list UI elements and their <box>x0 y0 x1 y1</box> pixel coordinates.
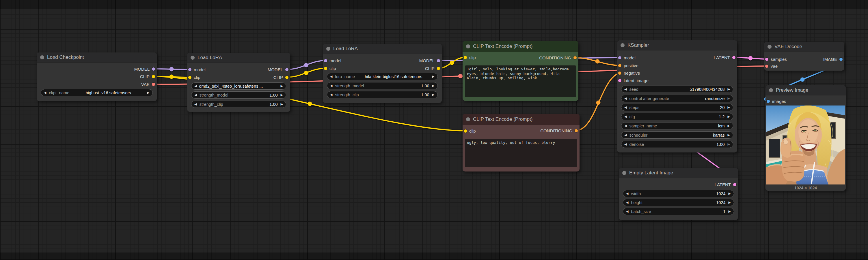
widget-strength-model[interactable]: ◀strength_model1.00▶ <box>191 91 286 99</box>
output-dot-latent[interactable] <box>732 56 736 59</box>
output-dot-clip[interactable] <box>437 67 440 70</box>
collapse-dot[interactable] <box>466 117 470 121</box>
increment-arrow[interactable]: ▶ <box>728 201 731 204</box>
widget-width[interactable]: ◀width1024▶ <box>623 190 734 197</box>
widget-strength-clip[interactable]: ◀strength_clip1.00▶ <box>191 101 286 108</box>
widget-batch-size[interactable]: ◀batch_size1▶ <box>623 208 734 215</box>
collapse-dot[interactable] <box>326 47 330 51</box>
collapse-dot[interactable] <box>621 43 625 47</box>
widget-cfg[interactable]: ◀cfg1.2▶ <box>621 113 733 120</box>
node-clip-text-encode-negative[interactable]: CLIP Text Encode (Prompt)clipCONDITIONIN… <box>463 114 580 172</box>
output-dot-model[interactable] <box>152 68 155 71</box>
decrement-arrow[interactable]: ◀ <box>330 75 332 78</box>
output-dot-latent[interactable] <box>733 183 736 186</box>
output-dot-clip[interactable] <box>285 76 288 79</box>
node-ksampler[interactable]: KSamplermodelpositivenegativelatent_imag… <box>617 40 737 152</box>
increment-arrow[interactable]: ▶ <box>432 75 435 78</box>
output-dot-conditioning[interactable] <box>574 56 577 60</box>
decrement-arrow[interactable]: ◀ <box>624 124 627 127</box>
increment-arrow[interactable]: ▶ <box>728 97 730 100</box>
decrement-arrow[interactable]: ◀ <box>194 103 197 106</box>
widget-strength-model[interactable]: ◀strength_model1.00▶ <box>327 82 438 89</box>
comfyui-canvas[interactable]: { "app": {"name": "ComfyUI node graph"},… <box>0 0 868 260</box>
decrement-arrow[interactable]: ◀ <box>194 84 197 88</box>
output-dot-image[interactable] <box>839 58 843 61</box>
node-preview-image[interactable]: Preview Imageimages 1024 × 1024 <box>766 85 846 191</box>
decrement-arrow[interactable]: ◀ <box>626 210 628 213</box>
decrement-arrow[interactable]: ◀ <box>626 192 628 195</box>
widget-lora-name[interactable]: ◀lora_namehila-klein-biglust16.safetenso… <box>327 73 438 80</box>
increment-arrow[interactable]: ▶ <box>281 103 283 106</box>
prompt-textarea[interactable]: ugly, low quality, out of focus, blurry <box>465 139 577 167</box>
increment-arrow[interactable]: ▶ <box>281 94 283 97</box>
collapse-dot[interactable] <box>769 88 773 92</box>
output-dot-clip[interactable] <box>152 75 155 78</box>
widget-seed[interactable]: ◀seed517908400434268▶ <box>621 86 733 93</box>
input-dot-clip[interactable] <box>464 56 467 59</box>
output-dot-vae[interactable] <box>152 83 155 86</box>
node-load-lora-1[interactable]: Load LoRAmodelclipMODELCLIP◀dmd2_sdxl_4s… <box>187 53 290 112</box>
decrement-arrow[interactable]: ◀ <box>330 84 332 87</box>
widget-value: 20 <box>639 105 724 110</box>
prompt-textarea[interactable]: 1girl, solo, looking at viewer, smile,be… <box>465 66 576 97</box>
node-empty-latent-image[interactable]: Empty Latent ImageLATENT◀width1024▶◀heig… <box>619 168 738 220</box>
widget-steps[interactable]: ◀steps20▶ <box>621 104 733 111</box>
increment-arrow[interactable]: ▶ <box>728 210 731 213</box>
widget-scheduler[interactable]: ◀schedulerkarras▶ <box>621 132 733 139</box>
input-dot-clip[interactable] <box>324 67 327 70</box>
widget-control-after-generate[interactable]: ◀control after generaterandomize▶ <box>621 95 733 102</box>
increment-arrow[interactable]: ▶ <box>728 192 731 195</box>
input-dot-model[interactable] <box>324 59 327 62</box>
decrement-arrow[interactable]: ◀ <box>44 91 46 94</box>
increment-arrow[interactable]: ▶ <box>728 143 730 146</box>
input-dot-clip[interactable] <box>188 76 191 79</box>
widget-ckpt-name[interactable]: ◀ckpt_namebigLust_v16.safetensors▶ <box>41 89 153 96</box>
decrement-arrow[interactable]: ◀ <box>624 97 627 100</box>
input-dot-positive[interactable] <box>618 64 621 67</box>
increment-arrow[interactable]: ▶ <box>728 106 730 109</box>
input-dot-model[interactable] <box>618 56 621 60</box>
output-dot-model[interactable] <box>437 59 440 62</box>
node-clip-text-encode-positive[interactable]: CLIP Text Encode (Prompt)clipCONDITIONIN… <box>463 41 578 101</box>
input-dot-vae[interactable] <box>765 65 768 68</box>
node-vae-decode[interactable]: VAE DecodesamplesvaeIMAGE <box>764 42 844 71</box>
increment-arrow[interactable]: ▶ <box>728 88 730 91</box>
output-dot-model[interactable] <box>285 68 288 71</box>
input-dot-negative[interactable] <box>618 72 621 75</box>
increment-arrow[interactable]: ▶ <box>432 84 435 87</box>
decrement-arrow[interactable]: ◀ <box>626 201 628 204</box>
increment-arrow[interactable]: ▶ <box>728 115 730 118</box>
input-dot-samples[interactable] <box>765 58 768 61</box>
output-label: CONDITIONING <box>540 128 572 133</box>
decrement-arrow[interactable]: ◀ <box>194 94 197 97</box>
increment-arrow[interactable]: ▶ <box>281 84 283 88</box>
decrement-arrow[interactable]: ◀ <box>330 93 332 96</box>
input-dot-images[interactable] <box>767 100 770 103</box>
output-dot-conditioning[interactable] <box>575 129 578 132</box>
increment-arrow[interactable]: ▶ <box>728 124 730 127</box>
collapse-dot[interactable] <box>191 55 195 60</box>
increment-arrow[interactable]: ▶ <box>432 93 435 96</box>
collapse-dot[interactable] <box>622 171 626 175</box>
input-dot-clip[interactable] <box>464 129 467 133</box>
input-port-model: model <box>324 58 341 64</box>
widget-height[interactable]: ◀height1024▶ <box>623 199 734 206</box>
widget-sampler-name[interactable]: ◀sampler_namelcm▶ <box>621 122 733 129</box>
input-dot-latent-image[interactable] <box>618 79 621 82</box>
widget-strength-clip[interactable]: ◀strength_clip1.00▶ <box>327 91 438 98</box>
decrement-arrow[interactable]: ◀ <box>624 143 627 146</box>
collapse-dot[interactable] <box>466 44 470 48</box>
decrement-arrow[interactable]: ◀ <box>624 115 627 118</box>
increment-arrow[interactable]: ▶ <box>147 91 150 94</box>
collapse-dot[interactable] <box>40 55 44 60</box>
decrement-arrow[interactable]: ◀ <box>624 106 627 109</box>
widget-denoise[interactable]: ◀denoise1.00▶ <box>621 141 733 148</box>
node-load-lora-2[interactable]: Load LoRAmodelclipMODELCLIP◀lora_namehil… <box>323 44 442 103</box>
node-load-checkpoint[interactable]: Load CheckpointMODELCLIPVAE◀ckpt_namebig… <box>37 52 157 101</box>
decrement-arrow[interactable]: ◀ <box>624 134 627 137</box>
widget-lora-name[interactable]: ◀dmd2_sdxl_4step_lora.safetens ...▶ <box>191 82 286 90</box>
input-dot-model[interactable] <box>188 68 191 71</box>
decrement-arrow[interactable]: ◀ <box>624 88 627 91</box>
increment-arrow[interactable]: ▶ <box>728 134 730 137</box>
collapse-dot[interactable] <box>768 45 772 49</box>
